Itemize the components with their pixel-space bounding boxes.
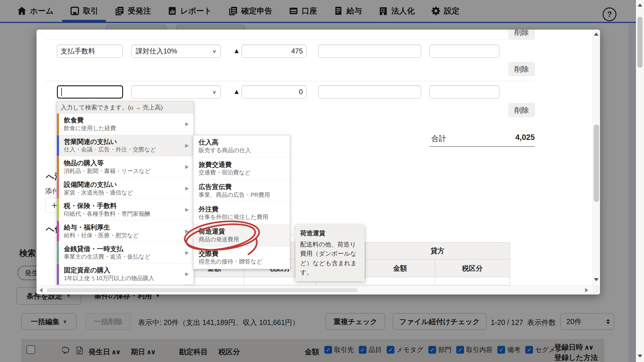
category-loans-temp[interactable]: 金銭貸借・一時支払 事業主の生活費・返済・仮払など ▶: [57, 242, 193, 264]
category-facilities[interactable]: 設備関連の支払い 家賃・水道光熱・通信など ▶: [57, 178, 193, 199]
scrollbar-thumb[interactable]: [637, 17, 643, 68]
submenu-item-entertainment[interactable]: 交際費 得意先の接待・贈答など: [193, 247, 290, 269]
category-color-bar: [57, 113, 59, 135]
submenu-arrow-icon: ▶: [185, 250, 189, 256]
chevron-down-icon: ∨: [212, 48, 216, 54]
scroll-up-icon[interactable]: [638, 3, 642, 7]
partner-input-row2[interactable]: [318, 85, 421, 99]
submenu-item-travel[interactable]: 旅費交通費 交通費・宿泊費など: [193, 158, 290, 180]
scroll-down-icon[interactable]: [594, 278, 599, 281]
expense-triangle-icon: ▲: [233, 88, 240, 96]
category-sales-payments[interactable]: 営業関連の支払い 仕入・会議・広告・外注・交際など ▶: [57, 135, 193, 157]
submenu-arrow-icon: ▶: [185, 185, 189, 191]
submenu-item-advertising[interactable]: 広告宣伝費 事業、商品の広告・PR費用: [193, 180, 290, 202]
scrollbar-thumb[interactable]: [594, 124, 599, 202]
tax-select-row1[interactable]: 課対仕入10% ∨: [131, 45, 221, 58]
total-value: 4,025: [465, 133, 535, 142]
category-color-bar: [57, 199, 59, 220]
category-payroll-welfare[interactable]: 給与・福利厚生 給料・社保・医療・慰労など ▶: [57, 221, 193, 242]
scrollbar-corner: [593, 285, 600, 294]
submenu-item-purchases[interactable]: 仕入高 販売する商品の仕入: [193, 135, 290, 158]
transaction-edit-modal: 削除 課対仕入10% ∨ ▲ 削除 ∨ ▲ 削除 合計 4,025 へ添: [37, 30, 600, 294]
account-submenu: 仕入高 販売する商品の仕入 旅費交通費 交通費・宿泊費など 広告宣伝費 事業、商…: [193, 135, 290, 269]
divider: [45, 81, 535, 81]
journal-col-amount: 金額: [365, 259, 435, 277]
category-fixed-assets[interactable]: 固定資産の購入 1年以上使う10万円以上の物品購入 ▶: [57, 263, 193, 285]
amount-input-row2[interactable]: [241, 85, 306, 99]
category-food[interactable]: 飲食費 飲食に使用した経費 ▶: [57, 113, 193, 135]
scroll-down-icon[interactable]: [638, 355, 642, 358]
category-color-bar: [57, 135, 59, 156]
dropdown-search-hint: 入力して検索できます。(u → 売上高): [57, 101, 193, 113]
category-color-bar: [57, 263, 59, 285]
amount-input-row1[interactable]: [241, 45, 306, 58]
delete-line-button[interactable]: 削除: [508, 30, 535, 39]
submenu-arrow-icon: ▶: [185, 271, 189, 277]
category-tax-insurance[interactable]: 税・保険・手数料 印紙代・各種手数料・専門家報酬 ▶: [57, 199, 193, 221]
scroll-right-icon[interactable]: [585, 288, 588, 292]
chevron-down-icon: ∨: [212, 89, 216, 95]
account-category-dropdown: 入力して検索できます。(u → 売上高) 飲食費 飲食に使用した経費 ▶ 営業関…: [57, 101, 194, 285]
scrollbar-thumb[interactable]: [47, 288, 357, 292]
submenu-item-packing-freight[interactable]: 荷造運賃 商品の発送費用: [193, 224, 290, 247]
journal-col-tax: 税区分: [435, 259, 510, 277]
account-tooltip: 荷造運賃 配送料の他、荷造り費用（ダンボールなど）なども含まれます。: [296, 225, 365, 281]
total-label: 合計: [431, 134, 446, 144]
expense-triangle-icon: ▲: [233, 47, 240, 55]
submenu-arrow-icon: ▶: [185, 121, 189, 127]
divider: [45, 40, 535, 40]
modal-vertical-scrollbar[interactable]: [593, 30, 600, 285]
account-input-row2[interactable]: [57, 85, 123, 99]
delete-line-button[interactable]: 削除: [508, 62, 535, 76]
submenu-arrow-icon: ▶: [185, 143, 189, 149]
app-root: ホーム 取引 受発注 レポート 確定申告 口座: [0, 0, 644, 362]
text-caret: [61, 88, 62, 96]
item-input-row1[interactable]: [430, 45, 499, 58]
category-color-bar: [57, 178, 59, 199]
category-goods-purchase[interactable]: 物品の購入等 消耗品・新聞・書籍・リースなど ▶: [57, 156, 193, 178]
divider: [430, 146, 535, 147]
account-input-row1[interactable]: [57, 45, 123, 58]
page-scrollbar[interactable]: [636, 0, 644, 362]
scroll-up-icon[interactable]: [594, 32, 599, 36]
submenu-arrow-icon: ▶: [185, 228, 189, 234]
submenu-item-outsourcing[interactable]: 外注費 仕事を外部に発注した費用: [193, 202, 290, 225]
item-input-row2[interactable]: [430, 85, 499, 99]
tooltip-title: 荷造運賃: [300, 229, 360, 238]
journal-credit-header: 貸方: [365, 242, 510, 259]
delete-line-button[interactable]: 削除: [508, 103, 535, 117]
category-color-bar: [57, 156, 59, 178]
submenu-arrow-icon: ▶: [185, 164, 189, 170]
tooltip-body: 配送料の他、荷造り費用（ダンボールなど）なども含まれます。: [300, 240, 360, 277]
category-color-bar: [57, 221, 59, 242]
category-color-bar: [57, 242, 59, 263]
modal-horizontal-scrollbar[interactable]: [37, 285, 593, 294]
partner-input-row1[interactable]: [318, 45, 421, 58]
scroll-left-icon[interactable]: [39, 288, 43, 292]
tax-select-row2[interactable]: ∨: [131, 85, 221, 99]
submenu-arrow-icon: ▶: [185, 207, 189, 213]
